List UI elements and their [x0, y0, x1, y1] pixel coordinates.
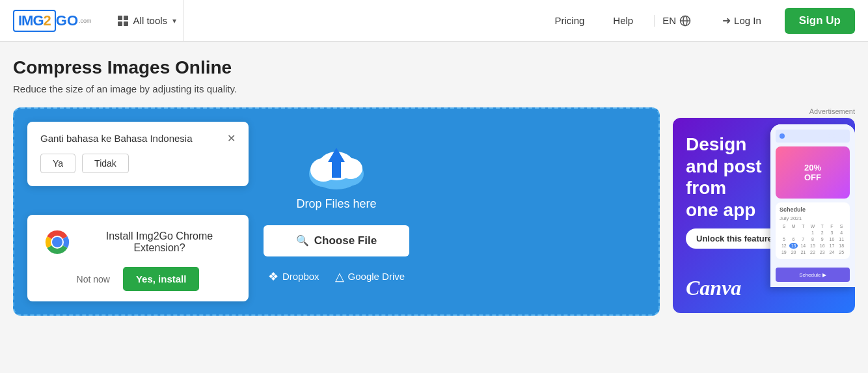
ad-phone-mockup: 20%OFF Schedule July 2021 SMTWTFS 1234 5…: [770, 124, 855, 287]
chrome-not-now-button[interactable]: Not now: [77, 274, 110, 284]
pricing-link[interactable]: Pricing: [547, 15, 593, 26]
all-tools-label: All tools: [133, 15, 168, 26]
lang-popup-header: Ganti bahasa ke Bahasa Indonesia ✕: [40, 132, 236, 145]
lang-no-button[interactable]: Tidak: [82, 154, 129, 173]
choose-file-label: Choose File: [314, 234, 377, 247]
ad-label: Advertisement: [673, 107, 855, 115]
search-icon: 🔍: [296, 234, 309, 247]
chrome-extension-popup: Install Img2Go Chrome Extension? Not now…: [27, 215, 249, 301]
ad-schedule-title: Schedule: [780, 206, 846, 213]
upload-cloud-icon: [304, 140, 369, 192]
language-label: EN: [662, 15, 676, 26]
dropbox-icon: ❖: [268, 269, 278, 284]
logo[interactable]: IMG2 GO .com: [13, 10, 92, 32]
navbar: IMG2 GO .com All tools ▾ Pricing Help EN…: [0, 0, 868, 42]
dropbox-button[interactable]: ❖ Dropbox: [268, 269, 319, 284]
signup-button[interactable]: Sign Up: [785, 8, 855, 34]
ad-calendar-grid: SMTWTFS 1234 567891011 12131415161718 19…: [780, 223, 846, 255]
ad-bottom-bar: Schedule ▶: [776, 268, 850, 282]
content-row: Ganti bahasa ke Bahasa Indonesia ✕ Ya Ti…: [13, 107, 855, 316]
chrome-extension-text: Install Img2Go Chrome Extension?: [83, 230, 236, 254]
ad-phone-bar-dot: [780, 133, 785, 139]
ad-card[interactable]: Designand postfromone app Unlock this fe…: [673, 118, 855, 313]
ad-phone-content: 20%OFF: [776, 146, 850, 199]
lang-popup-buttons: Ya Tidak: [40, 154, 236, 173]
main-content: Compress Images Online Reduce the size o…: [0, 42, 868, 316]
login-label: Log In: [734, 15, 761, 26]
grid-icon: [118, 16, 128, 26]
page-subtitle: Reduce the size of an image by adjusting…: [13, 83, 855, 94]
upload-area[interactable]: Ganti bahasa ke Bahasa Indonesia ✕ Ya Ti…: [13, 107, 660, 316]
choose-file-button[interactable]: 🔍 Choose File: [264, 225, 409, 256]
chrome-logo-icon: [40, 225, 74, 259]
login-arrow-icon: ➜: [722, 14, 731, 27]
chrome-action-row: Not now Yes, install: [40, 267, 236, 291]
language-selector[interactable]: EN: [654, 15, 699, 27]
page-title: Compress Images Online: [13, 57, 855, 78]
google-drive-label: Google Drive: [348, 271, 405, 282]
ad-phone-bar: [776, 130, 850, 143]
lang-yes-button[interactable]: Ya: [40, 154, 75, 173]
logo-go: GO: [56, 12, 78, 29]
login-button[interactable]: ➜ Log In: [712, 14, 772, 27]
svg-point-12: [52, 237, 62, 247]
globe-icon: [679, 15, 691, 27]
dropbox-label: Dropbox: [282, 271, 319, 282]
ad-unlock-button[interactable]: Unlock this feature: [686, 228, 783, 249]
chrome-ext-row: Install Img2Go Chrome Extension?: [40, 225, 236, 259]
all-tools-button[interactable]: All tools ▾: [111, 0, 184, 42]
drop-files-text: Drop Files here: [296, 197, 376, 211]
google-drive-button[interactable]: △ Google Drive: [335, 269, 405, 284]
ad-phone-inner: 20%OFF Schedule July 2021 SMTWTFS 1234 5…: [770, 124, 855, 287]
lang-popup-close-button[interactable]: ✕: [227, 132, 236, 145]
ad-schedule-month: July 2021: [780, 215, 846, 221]
ad-panel: Advertisement Designand postfromone app …: [673, 107, 855, 313]
lang-popup-message: Ganti bahasa ke Bahasa Indonesia: [40, 133, 193, 144]
help-link[interactable]: Help: [605, 15, 641, 26]
upload-icon-area: [304, 140, 369, 192]
language-popup: Ganti bahasa ke Bahasa Indonesia ✕ Ya Ti…: [27, 122, 249, 186]
google-drive-icon: △: [335, 269, 344, 284]
logo-img: IMG2: [13, 10, 56, 32]
logo-com: .com: [79, 18, 92, 24]
chrome-install-button[interactable]: Yes, install: [123, 267, 200, 291]
cloud-services-row: ❖ Dropbox △ Google Drive: [268, 269, 405, 284]
chevron-down-icon: ▾: [172, 16, 176, 25]
ad-phone-schedule: Schedule July 2021 SMTWTFS 1234 56789101…: [776, 202, 850, 259]
